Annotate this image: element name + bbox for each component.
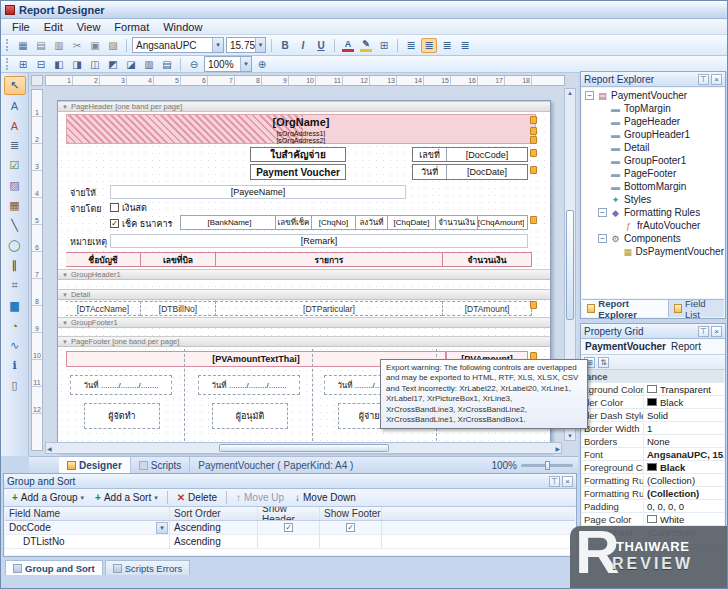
add-sort-button[interactable]: + Add a Sort ▾ [90,490,163,505]
snap-to-grid-icon[interactable]: ⊞ [15,57,31,72]
warning-icon[interactable] [530,166,537,174]
group-sort-row-doccode[interactable]: DocCode▾Ascending✓✓ [5,521,575,535]
table-header-cell[interactable]: เลขที่บิล [140,252,216,267]
scroll-right-icon[interactable]: ▶ [555,445,560,452]
copy-icon[interactable]: ▣ [87,38,103,53]
shape-tool[interactable]: ◯ [4,236,26,255]
column-header-show-footer[interactable]: Show Footer [320,507,382,520]
delete-button[interactable]: ✕ Delete [172,490,222,505]
property-value[interactable]: Black [644,397,724,408]
signature-label-box[interactable]: ผู้จัดทำ [84,403,160,429]
font-color-button[interactable]: A [340,38,356,53]
property-row-border-width[interactable]: Border Width1 [582,422,724,435]
tree-node-frautovoucher[interactable]: ƒfrAutoVoucher [582,219,724,232]
font-size-combo[interactable]: 15.75 ▾ [226,37,266,53]
voucher-title-thai[interactable]: ใบสำคัญจ่าย [250,147,346,162]
bar-code-tool[interactable]: ∥ [4,256,26,275]
group-sort-row-dtlistno[interactable]: DTListNoAscending [5,535,575,549]
property-category[interactable]: ance [582,370,724,383]
column-header-field-name[interactable]: Field Name [5,507,170,520]
band-strip-pagefooter[interactable]: ▼ PageFooter [one band per page] [58,336,550,347]
cheque-cell-bank[interactable]: [BankName] [184,216,276,229]
band-strip-pageheader[interactable]: ▼ PageHeader [one band per page] [58,101,550,112]
tab-designer[interactable]: Designer [59,457,131,473]
pin-icon[interactable]: ⊤ [549,476,560,487]
property-row-borders[interactable]: BordersNone [582,435,724,448]
doc-date-field[interactable]: [DocDate] [447,167,527,177]
picture-box-tool[interactable]: ▨ [4,176,26,195]
align-lefts-icon[interactable]: ◫ [87,57,103,72]
close-icon[interactable]: × [562,476,573,487]
doc-no-field[interactable]: [DocCode] [447,150,527,160]
character-comb-tool[interactable]: A [4,116,26,135]
table-tool[interactable]: ▦ [4,196,26,215]
menu-item-edit[interactable]: Edit [37,20,70,34]
cut-icon[interactable]: ✂ [69,38,85,53]
object-selector[interactable]: PaymentVoucher Report [581,339,725,355]
detail-field[interactable]: [DTParticular] [215,301,443,316]
property-row-kground-color[interactable]: kground ColorTransparent [582,383,724,396]
show-header-checkbox[interactable]: ✓ [284,523,293,532]
detail-field[interactable]: [DTAccName] [66,301,141,316]
band-strip-groupfooter[interactable]: ▼ GroupFooter1 [58,317,550,328]
org-name-field[interactable]: [OrgName] [67,115,535,129]
warning-icon[interactable] [530,216,537,224]
tree-node-pagefooter[interactable]: ▬PageFooter [582,167,724,180]
signature-date-box[interactable]: วันที่ ......../......../........ [198,375,300,395]
doc-date-box[interactable]: วันที่ [DocDate] [412,164,528,180]
property-value[interactable]: 1 [644,423,724,434]
bold-button[interactable]: B [277,38,293,53]
close-icon[interactable]: × [711,326,722,337]
menu-item-file[interactable]: File [5,20,37,34]
warning-icon[interactable] [530,301,537,309]
tab-scripts[interactable]: Scripts [131,457,191,473]
cheque-cell-chq-date-label[interactable]: ลงวันที่ [356,216,388,229]
band-collapse-icon[interactable]: ▼ [62,292,68,298]
same-width-icon[interactable]: ▥ [141,57,157,72]
band-collapse-icon[interactable]: ▼ [62,320,68,326]
column-header-sort-order[interactable]: Sort Order [170,507,258,520]
add-group-button[interactable]: + Add a Group ▾ [7,490,89,505]
table-header-cell[interactable]: รายการ [215,252,443,267]
band-collapse-icon[interactable]: ▼ [62,104,68,110]
column-header-show-header[interactable]: Show Header [258,507,320,520]
cheque-cell-chq-date[interactable]: [ChqDate] [388,216,436,229]
warning-icon[interactable] [530,116,537,124]
property-value[interactable]: White [644,514,724,525]
tree-node-styles[interactable]: ✦Styles [582,193,724,206]
zoom-slider-thumb[interactable] [545,461,550,470]
field-name-cell[interactable]: DocCode▾ [5,521,170,534]
property-row-der-dash-style[interactable]: der Dash StyleSolid [582,409,724,422]
align-left-icon[interactable]: ≣ [403,38,419,53]
sparkline-tool[interactable]: ∿ [4,336,26,355]
zip-code-tool[interactable]: ⌗ [4,276,26,295]
payee-field[interactable]: [PayeeName] [110,185,406,199]
warning-icon[interactable] [530,149,537,157]
org-header-block[interactable]: [OrgName] [sOrgAddress1] [sOrgAddress2] [66,114,536,144]
zoom-slider[interactable] [521,464,573,467]
tab-field-list[interactable]: Field List [669,300,724,317]
rich-text-tool[interactable]: ≣ [4,136,26,155]
tree-node-components[interactable]: −⚙Components [582,232,724,245]
align-right-icon[interactable]: ≣ [439,38,455,53]
table-header-cell[interactable]: จำนวนเงิน [442,252,532,267]
show-header-cell[interactable]: ✓ [258,521,320,534]
chevron-down-icon[interactable]: ▾ [240,57,251,71]
tree-expander[interactable]: − [598,234,607,243]
table-header-cell[interactable]: ชื่อบัญชี [66,252,141,267]
zoom-out-icon[interactable]: ⊖ [186,57,202,72]
sort-az-icon[interactable]: ⇅ [598,357,609,368]
tab-group-and-sort[interactable]: Group and Sort [5,560,103,575]
send-to-back-icon[interactable]: ◨ [69,57,85,72]
tree-node-topmargin[interactable]: ▬TopMargin [582,102,724,115]
cheque-cell-chq-amount-label[interactable]: จำนวนเงิน [436,216,478,229]
pin-icon[interactable]: ⊤ [698,326,709,337]
close-icon[interactable]: × [711,74,722,85]
pin-icon[interactable]: ⊤ [698,74,709,85]
show-footer-checkbox[interactable]: ✓ [346,523,355,532]
property-value[interactable]: Transparent [644,384,724,395]
cheque-detail-strip[interactable]: [BankName]เลขที่เช็ค[ChqNo]ลงวันที่[ChqD… [180,215,528,230]
borders-button[interactable]: ⊞ [376,38,392,53]
cash-checkbox[interactable] [110,203,119,212]
property-row-der-color[interactable]: der ColorBlack [582,396,724,409]
